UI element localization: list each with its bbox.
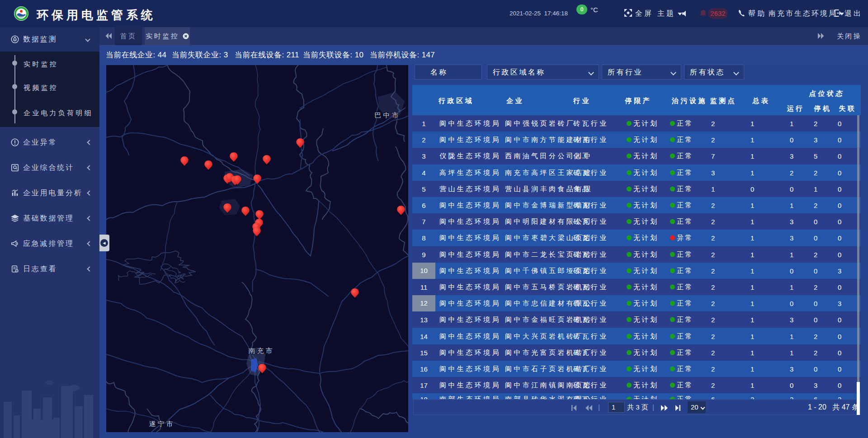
svg-text:巴中市: 巴中市	[375, 111, 401, 119]
svg-text:遂宁市: 遂宁市	[149, 420, 175, 428]
svg-text:南充市: 南充市	[249, 347, 274, 354]
